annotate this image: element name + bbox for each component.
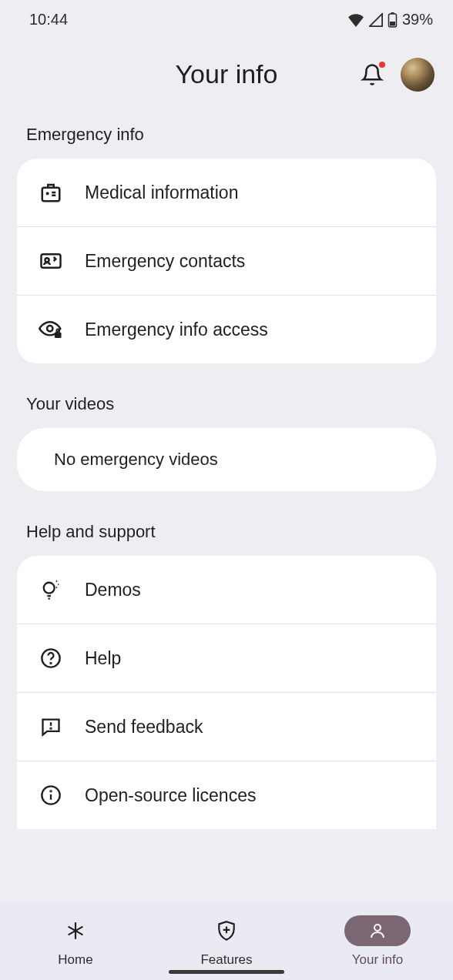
help-icon [39, 646, 63, 671]
nav-label: Features [200, 952, 252, 968]
status-time: 10:44 [29, 11, 68, 28]
videos-card[interactable]: No emergency videos [17, 428, 436, 491]
svg-rect-3 [42, 188, 60, 202]
list-label: Help [85, 648, 121, 669]
wifi-icon [347, 13, 364, 27]
section-header-videos: Your videos [0, 390, 453, 428]
svg-point-5 [45, 258, 49, 262]
eye-lock-icon [39, 317, 63, 342]
svg-point-11 [50, 728, 51, 729]
svg-point-13 [50, 791, 51, 791]
notifications-button[interactable] [361, 63, 384, 86]
medical-information-item[interactable]: Medical information [17, 159, 436, 226]
avatar[interactable] [401, 58, 435, 92]
shield-plus-icon [216, 920, 237, 942]
svg-rect-2 [390, 22, 395, 26]
section-header-emergency: Emergency info [0, 120, 453, 159]
nav-your-info[interactable]: Your info [302, 915, 453, 968]
svg-rect-7 [55, 333, 62, 338]
list-label: Medical information [85, 182, 238, 203]
svg-point-6 [47, 326, 52, 331]
demos-item[interactable]: Demos [17, 556, 436, 624]
status-bar: 10:44 39% [0, 0, 453, 36]
svg-rect-4 [42, 254, 61, 268]
list-label: Open-source licences [85, 785, 256, 806]
svg-point-14 [374, 925, 381, 931]
feedback-icon [39, 714, 63, 739]
notification-dot-icon [379, 62, 385, 68]
medical-info-icon [39, 180, 63, 205]
emergency-info-access-item[interactable]: Emergency info access [17, 295, 436, 363]
person-icon [368, 921, 387, 940]
info-icon [39, 783, 63, 808]
contacts-icon [39, 249, 63, 273]
svg-rect-1 [391, 12, 394, 14]
battery-percent: 39% [402, 11, 433, 28]
header: Your info [0, 36, 453, 120]
list-label: Demos [85, 580, 141, 600]
nav-home[interactable]: Home [0, 915, 151, 968]
bottom-nav: Home Features Your info [0, 903, 453, 980]
list-label: Send feedback [85, 717, 203, 738]
cell-signal-icon [369, 13, 383, 27]
nav-label: Home [58, 952, 92, 968]
page-title: Your info [176, 59, 278, 89]
svg-point-8 [44, 583, 55, 594]
status-icons: 39% [347, 11, 433, 28]
asterisk-icon [65, 921, 86, 941]
help-item[interactable]: Help [17, 624, 436, 692]
list-label: Emergency contacts [85, 251, 245, 272]
section-header-help: Help and support [0, 517, 453, 556]
nav-features[interactable]: Features [151, 915, 302, 968]
svg-point-10 [50, 663, 51, 664]
gesture-handle[interactable] [169, 970, 284, 974]
nav-label: Your info [352, 952, 403, 968]
emergency-card: Medical information Emergency contacts E… [17, 159, 436, 363]
help-card: Demos Help Send feedback Open-source lic… [17, 556, 436, 829]
battery-icon [388, 12, 398, 28]
lightbulb-icon [39, 577, 63, 602]
empty-videos-text: No emergency videos [54, 450, 399, 470]
send-feedback-item[interactable]: Send feedback [17, 692, 436, 761]
list-label: Emergency info access [85, 319, 268, 340]
open-source-licences-item[interactable]: Open-source licences [17, 761, 436, 829]
emergency-contacts-item[interactable]: Emergency contacts [17, 226, 436, 295]
